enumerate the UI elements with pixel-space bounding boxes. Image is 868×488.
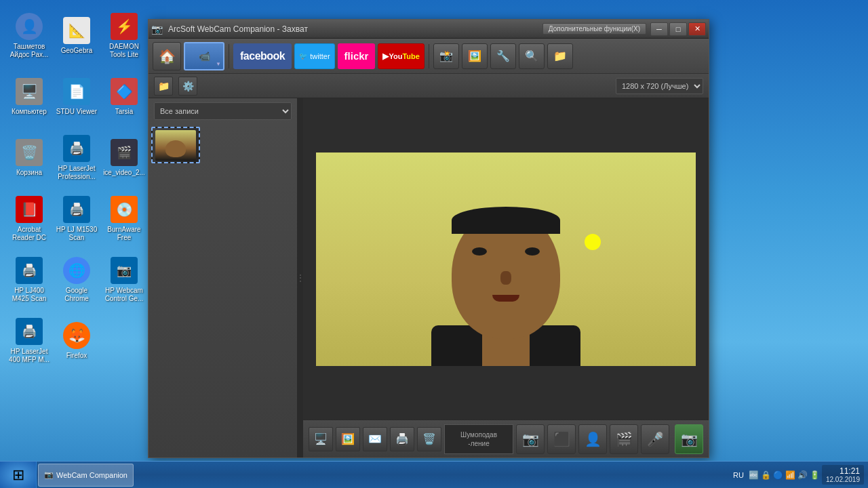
monitor-icon-button[interactable]: 🖥️ [309, 427, 333, 451]
email-icon-button[interactable]: ✉️ [363, 427, 387, 451]
webcam-active-button[interactable]: 📷 [675, 424, 703, 454]
cursor-indicator [585, 234, 601, 250]
video-container [303, 98, 709, 420]
face-effect-button[interactable]: 👤 [578, 424, 607, 454]
recordings-filter-select[interactable]: Все записи Видео Фото [154, 102, 292, 120]
desktop-icon-korzina[interactable]: 🗑️ Корзина [5, 127, 53, 188]
desktop-icon-hpwebcam[interactable]: 📷 HP WebcamControl Ge... [100, 249, 148, 310]
folder2-icon-button[interactable]: 📁 [154, 77, 173, 96]
taskbar: ⊞ 📷 WebCam Companion RU 🔤 🔒 🔵 📶 🔊 🔋 11:2… [0, 461, 868, 488]
desktop-icon-burnaware[interactable]: 💿 BurnAwareFree [100, 188, 148, 249]
desktop-icon-chrome[interactable]: 🌐 GoogleChrome [53, 249, 100, 310]
tray-icon-volume: 🔊 [797, 470, 808, 480]
youtube-icon: ▶ [382, 52, 389, 61]
video-area: 🖥️ 🖼️ ✉️ 🖨️ 🗑️ Шумоподав -ление 📷 ⬛ 👤 🎬 … [303, 98, 709, 458]
folder-icon-button[interactable]: 📁 [547, 43, 573, 69]
facebook-button[interactable]: facebook [233, 43, 292, 69]
main-toolbar: 🏠 📹 facebook 🐦 twitter flickr ▶ YouTube … [149, 39, 709, 74]
title-bar: 📷 ArcSoft WebCam Companion - Захват Допо… [149, 20, 709, 39]
webcam-feed [316, 152, 696, 366]
tray-icon-network: 📶 [785, 470, 795, 480]
resolution-select[interactable]: 868 x 488 (Лучше) 640 x 480 320 x 240 [616, 78, 703, 94]
gallery-icon-button[interactable]: 🖼️ [462, 43, 488, 69]
left-panel: Все записи Видео Фото [149, 98, 298, 458]
desktop-icon-computer[interactable]: 🖥️ Компьютер [5, 66, 53, 127]
desktop-icon-icevideo[interactable]: 🎬 ice_video_2... [100, 127, 148, 188]
desktop-icon-tashmetos[interactable]: 👤 Ташметов Айдос Рах... [5, 5, 53, 66]
webcam-background [316, 152, 696, 366]
window-controls: ─ □ ✕ [650, 22, 706, 36]
tray-icon-bluetooth: 🔵 [773, 470, 783, 480]
window-title: ArcSoft WebCam Companion - Захват [165, 24, 542, 34]
clock[interactable]: 11:21 12.02.2019 [822, 465, 864, 485]
clock-date: 12.02.2019 [826, 476, 860, 483]
noise-reduction-label: Шумоподав -ление [444, 424, 513, 454]
system-tray: RU 🔤 🔒 🔵 📶 🔊 🔋 11:21 12.02.2019 [726, 465, 868, 485]
app-icon: 📷 [151, 24, 163, 35]
tray-icon-1: 🔤 [749, 470, 759, 480]
desktop-icon-acrobat[interactable]: 📕 AcrobatReader DC [5, 188, 53, 249]
taskbar-right-area: RU 🔤 🔒 🔵 📶 🔊 🔋 11:21 12.02.2019 [726, 465, 868, 485]
thumbnail-preview [153, 128, 199, 162]
youtube-button[interactable]: ▶ YouTube [378, 43, 424, 69]
app-window: 📷 ArcSoft WebCam Companion - Захват Допо… [148, 19, 709, 458]
desktop-icon-firefox[interactable]: 🦊 Firefox [53, 310, 100, 371]
bottom-toolbar: 🖥️ 🖼️ ✉️ 🖨️ 🗑️ Шумоподав -ление 📷 ⬛ 👤 🎬 … [303, 420, 709, 458]
camera-icon-button[interactable]: 📸 [433, 43, 459, 69]
search-icon-button[interactable]: 🔍 [519, 43, 545, 69]
flickr-button[interactable]: flickr [338, 43, 376, 69]
toolbar-separator2 [429, 44, 429, 68]
desktop: 👤 Ташметов Айдос Рах... 📐 GeoGebra ⚡ DAE… [0, 0, 868, 488]
tray-icon-battery: 🔋 [810, 470, 820, 480]
desktop-icon-stdu[interactable]: 📄 STDU Viewer [53, 66, 100, 127]
print-icon-button[interactable]: 🖨️ [390, 427, 414, 451]
start-button[interactable]: ⊞ [0, 462, 37, 489]
trash-icon-button[interactable]: 🗑️ [417, 427, 441, 451]
capture-mode-button[interactable]: 📹 [184, 42, 224, 70]
close-button[interactable]: ✕ [688, 22, 706, 36]
clock-time: 11:21 [826, 466, 860, 476]
snapshot-button[interactable]: 📷 [516, 424, 545, 454]
desktop-icon-hplaserjet2[interactable]: 🖨️ HP LaserJet400 MFP M... [5, 310, 53, 371]
home-button[interactable]: 🏠 [153, 42, 181, 70]
desktop-icon-hplaser[interactable]: 🖨️ HP LaserJetProfession... [53, 127, 100, 188]
recording-thumbnail[interactable] [151, 127, 200, 163]
twitter-icon: 🐦 [299, 52, 307, 60]
extra-functions-button[interactable]: Дополнительные функции(X) [542, 23, 646, 35]
secondary-toolbar: 📁 ⚙️ 868 x 488 (Лучше) 640 x 480 320 x … [149, 74, 709, 98]
gallery2-icon-button[interactable]: 🖼️ [336, 427, 360, 451]
desktop-icon-hpscan1[interactable]: 🖨️ HP LJ M1530Scan [53, 188, 100, 249]
maximize-button[interactable]: □ [669, 22, 687, 36]
record-button[interactable]: ⬛ [547, 424, 576, 454]
twitter-button[interactable]: 🐦 twitter [294, 43, 334, 69]
recordings-list [149, 124, 297, 458]
settings2-icon-button[interactable]: ⚙️ [178, 77, 197, 96]
minimize-button[interactable]: ─ [650, 22, 668, 36]
desktop-icon-daemon[interactable]: ⚡ DAEMONTools Lite [100, 5, 148, 66]
desktop-icons-area: 👤 Ташметов Айдос Рах... 📐 GeoGebra ⚡ DAE… [0, 0, 142, 461]
toolbar-separator1 [229, 44, 229, 68]
capture-icon: 📹 [199, 51, 210, 62]
desktop-icon-hp425[interactable]: 🖨️ HP LJ400M425 Scan [5, 249, 53, 310]
main-content-area: Все записи Видео Фото [149, 98, 709, 458]
taskbar-item-label: WebCam Companion [56, 471, 127, 479]
tray-icon-2: 🔒 [761, 470, 771, 480]
face-overlay [431, 176, 580, 366]
desktop-icon-geogebra[interactable]: 📐 GeoGebra [53, 5, 100, 66]
face-head [438, 203, 574, 366]
desktop-icon-tarsia[interactable]: 🔷 Tarsia [100, 66, 148, 127]
settings-icon-button[interactable]: 🔧 [490, 43, 516, 69]
video-record-button[interactable]: 🎬 [610, 424, 638, 454]
taskbar-item-webcam[interactable]: 📷 WebCam Companion [38, 464, 134, 487]
mic-button[interactable]: 🎤 [641, 424, 669, 454]
head [452, 210, 560, 339]
language-indicator: RU [730, 471, 747, 479]
bottom-left-icons: 🖥️ 🖼️ ✉️ 🖨️ 🗑️ [309, 427, 441, 451]
taskbar-item-icon: 📷 [44, 470, 54, 479]
panel-resize-handle[interactable] [298, 98, 303, 458]
